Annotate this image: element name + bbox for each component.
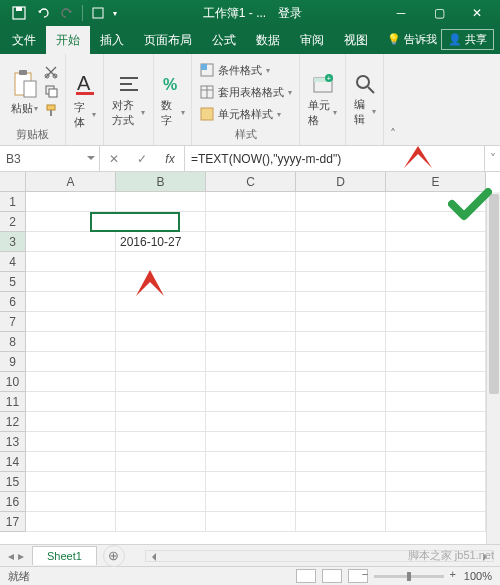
row-header[interactable]: 7	[0, 312, 26, 332]
touch-mode-icon[interactable]	[89, 4, 107, 22]
cell[interactable]	[386, 252, 486, 272]
cell[interactable]	[206, 272, 296, 292]
redo-icon[interactable]	[58, 4, 76, 22]
cell[interactable]	[26, 232, 116, 252]
cell[interactable]	[206, 492, 296, 512]
cell[interactable]	[296, 292, 386, 312]
column-header[interactable]: C	[206, 172, 296, 192]
cell[interactable]	[116, 412, 206, 432]
tab-view[interactable]: 视图	[334, 26, 378, 54]
row-header[interactable]: 5	[0, 272, 26, 292]
cell[interactable]	[386, 472, 486, 492]
cell[interactable]	[116, 252, 206, 272]
conditional-formatting-button[interactable]: 条件格式 ▾	[198, 62, 294, 79]
row-header[interactable]: 12	[0, 412, 26, 432]
cell[interactable]	[206, 292, 296, 312]
tab-data[interactable]: 数据	[246, 26, 290, 54]
cell[interactable]	[116, 352, 206, 372]
cell[interactable]	[116, 472, 206, 492]
tab-insert[interactable]: 插入	[90, 26, 134, 54]
cell[interactable]	[296, 232, 386, 252]
cell[interactable]	[296, 432, 386, 452]
maximize-button[interactable]: ▢	[420, 0, 458, 26]
cell[interactable]	[386, 412, 486, 432]
cell[interactable]	[206, 512, 296, 532]
cell[interactable]	[386, 432, 486, 452]
cell[interactable]	[206, 412, 296, 432]
cell[interactable]	[116, 452, 206, 472]
cell[interactable]	[26, 392, 116, 412]
cell[interactable]	[296, 352, 386, 372]
cell[interactable]	[116, 272, 206, 292]
row-header[interactable]: 6	[0, 292, 26, 312]
row-header[interactable]: 15	[0, 472, 26, 492]
cell[interactable]	[206, 192, 296, 212]
cell[interactable]	[206, 352, 296, 372]
zoom-slider[interactable]	[374, 575, 444, 578]
row-header[interactable]: 10	[0, 372, 26, 392]
cells-button[interactable]: + 单元格▾	[304, 70, 341, 130]
row-header[interactable]: 16	[0, 492, 26, 512]
cell[interactable]	[26, 272, 116, 292]
login-link[interactable]: 登录	[278, 5, 302, 22]
normal-view-icon[interactable]	[296, 569, 316, 583]
row-header[interactable]: 2	[0, 212, 26, 232]
add-sheet-button[interactable]: ⊕	[103, 545, 125, 567]
cell[interactable]	[26, 472, 116, 492]
cell[interactable]	[116, 312, 206, 332]
tab-home[interactable]: 开始	[46, 26, 90, 54]
row-header[interactable]: 11	[0, 392, 26, 412]
cell[interactable]	[26, 312, 116, 332]
tell-me[interactable]: 💡 告诉我	[387, 32, 437, 47]
cell[interactable]	[26, 452, 116, 472]
cell[interactable]	[386, 192, 486, 212]
cell[interactable]	[386, 512, 486, 532]
paste-button[interactable]: 粘贴▾	[7, 67, 42, 118]
cell[interactable]	[206, 332, 296, 352]
cell[interactable]	[296, 272, 386, 292]
cell[interactable]	[206, 472, 296, 492]
font-button[interactable]: A 字体▾	[70, 68, 100, 132]
cell[interactable]	[206, 252, 296, 272]
cell[interactable]	[296, 472, 386, 492]
cell[interactable]	[386, 292, 486, 312]
select-all-corner[interactable]	[0, 172, 26, 192]
cell[interactable]	[386, 492, 486, 512]
cell[interactable]	[206, 452, 296, 472]
name-box[interactable]: B3	[0, 146, 100, 171]
cell[interactable]	[296, 452, 386, 472]
row-header[interactable]: 3	[0, 232, 26, 252]
column-header[interactable]: B	[116, 172, 206, 192]
tab-layout[interactable]: 页面布局	[134, 26, 202, 54]
cell[interactable]	[386, 332, 486, 352]
cell[interactable]	[116, 332, 206, 352]
sheet-nav-next-icon[interactable]: ▸	[18, 549, 24, 563]
cell[interactable]	[386, 312, 486, 332]
column-header[interactable]: D	[296, 172, 386, 192]
cell[interactable]	[206, 392, 296, 412]
formula-bar[interactable]: =TEXT(NOW(),"yyyy-m-dd")	[185, 146, 484, 171]
column-header[interactable]: A	[26, 172, 116, 192]
cell[interactable]	[296, 512, 386, 532]
sheet-tab[interactable]: Sheet1	[32, 546, 97, 565]
cell[interactable]	[386, 392, 486, 412]
cell[interactable]	[206, 312, 296, 332]
cell[interactable]	[116, 372, 206, 392]
undo-icon[interactable]	[34, 4, 52, 22]
cell[interactable]	[386, 272, 486, 292]
cell[interactable]	[116, 512, 206, 532]
cell[interactable]	[296, 212, 386, 232]
cell[interactable]	[116, 432, 206, 452]
cell[interactable]	[26, 512, 116, 532]
column-header[interactable]: E	[386, 172, 486, 192]
cell[interactable]	[116, 492, 206, 512]
cell[interactable]	[296, 192, 386, 212]
cell[interactable]	[296, 312, 386, 332]
zoom-level[interactable]: 100%	[464, 570, 492, 582]
copy-icon[interactable]	[44, 84, 58, 101]
alignment-button[interactable]: 对齐方式▾	[108, 70, 149, 130]
cell[interactable]	[116, 192, 206, 212]
fx-icon[interactable]: fx	[156, 152, 184, 166]
sheet-nav-prev-icon[interactable]: ◂	[8, 549, 14, 563]
minimize-button[interactable]: ─	[382, 0, 420, 26]
